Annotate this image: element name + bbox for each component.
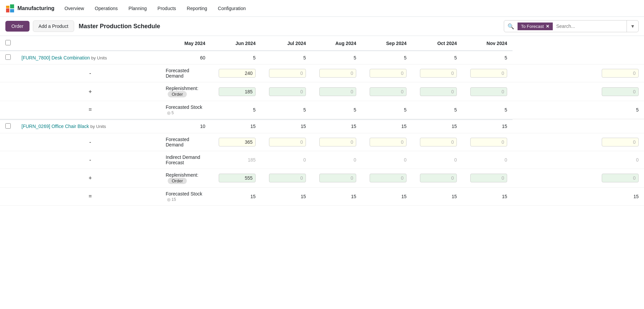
cell-input-field[interactable] bbox=[269, 87, 306, 96]
cell-input-field[interactable] bbox=[602, 87, 639, 96]
input-cell-5[interactable] bbox=[462, 169, 513, 187]
cell-input-field[interactable] bbox=[470, 87, 507, 96]
input-cell-0[interactable] bbox=[211, 169, 261, 187]
cell-input-field[interactable] bbox=[602, 174, 639, 182]
product-value-1: 5 bbox=[211, 51, 261, 64]
cell-input-field[interactable] bbox=[319, 138, 356, 146]
header-may: May 2024 bbox=[160, 36, 211, 51]
input-cell-3[interactable] bbox=[362, 133, 412, 151]
nav-configuration[interactable]: Configuration bbox=[213, 4, 251, 13]
navbar: Manufacturing Overview Operations Planni… bbox=[0, 0, 644, 17]
nav-planning[interactable]: Planning bbox=[124, 4, 152, 13]
input-cell-6[interactable] bbox=[513, 82, 644, 101]
product-value-6: 5 bbox=[462, 51, 513, 64]
cell-input-field[interactable] bbox=[420, 87, 457, 96]
input-cell-3[interactable] bbox=[362, 82, 412, 101]
row-symbol: + bbox=[16, 169, 160, 187]
cell-input-field[interactable] bbox=[370, 69, 407, 78]
product-value-3: 5 bbox=[311, 51, 362, 64]
product-checkbox[interactable] bbox=[5, 123, 11, 129]
nav-reporting[interactable]: Reporting bbox=[182, 4, 212, 13]
cell-input-field[interactable] bbox=[470, 138, 507, 146]
stock-value-5: 15 bbox=[462, 187, 513, 205]
stock-value-2: 15 bbox=[311, 187, 362, 205]
input-cell-6[interactable] bbox=[513, 169, 644, 187]
toolbar: Order Add a Product Master Production Sc… bbox=[0, 17, 644, 36]
table-row: + Replenishment: Order bbox=[0, 82, 644, 101]
input-cell-4[interactable] bbox=[412, 64, 462, 82]
nav-operations[interactable]: Operations bbox=[90, 4, 122, 13]
input-cell-4[interactable] bbox=[412, 169, 462, 187]
input-cell-5[interactable] bbox=[462, 133, 513, 151]
input-cell-6[interactable] bbox=[513, 133, 644, 151]
product-link[interactable]: [FURN_7800] Desk Combination bbox=[21, 55, 90, 60]
header-aug: Aug 2024 bbox=[311, 36, 362, 51]
cell-input-field[interactable] bbox=[269, 174, 306, 182]
cell-input-field[interactable] bbox=[269, 69, 306, 78]
input-cell-1[interactable] bbox=[261, 169, 311, 187]
cell-input-field[interactable] bbox=[370, 87, 407, 96]
product-checkbox-cell bbox=[0, 51, 16, 64]
search-input[interactable] bbox=[553, 24, 627, 29]
table-row: [FURN_7800] Desk Combination by Units 60… bbox=[0, 51, 644, 64]
cell-input-field[interactable] bbox=[219, 87, 256, 96]
add-product-button[interactable]: Add a Product bbox=[33, 20, 74, 32]
cell-input-field[interactable] bbox=[602, 69, 639, 78]
cell-input-field[interactable] bbox=[602, 138, 639, 146]
input-cell-3[interactable] bbox=[362, 169, 412, 187]
cell-input-field[interactable] bbox=[219, 138, 256, 146]
input-cell-2[interactable] bbox=[311, 133, 362, 151]
cell-input-field[interactable] bbox=[420, 69, 457, 78]
cell-input-field[interactable] bbox=[370, 174, 407, 182]
input-cell-3[interactable] bbox=[362, 64, 412, 82]
stock-value-1: 5 bbox=[261, 101, 311, 119]
row-label: Forecasted Stock ◎ 5 bbox=[160, 101, 211, 119]
cell-input-field[interactable] bbox=[420, 138, 457, 146]
stock-value-3: 15 bbox=[362, 187, 412, 205]
input-cell-2[interactable] bbox=[311, 64, 362, 82]
cell-input-field[interactable] bbox=[470, 69, 507, 78]
input-cell-4[interactable] bbox=[412, 82, 462, 101]
cell-input-field[interactable] bbox=[319, 69, 356, 78]
cell-input-field[interactable] bbox=[470, 174, 507, 182]
empty-check bbox=[0, 101, 16, 119]
app-logo: Manufacturing bbox=[5, 4, 54, 13]
order-badge[interactable]: Order bbox=[168, 178, 187, 184]
input-cell-6[interactable] bbox=[513, 64, 644, 82]
input-cell-0[interactable] bbox=[211, 64, 261, 82]
indirect-value-3: 0 bbox=[362, 151, 412, 169]
header-jul: Jul 2024 bbox=[261, 36, 311, 51]
order-badge[interactable]: Order bbox=[168, 91, 187, 97]
input-cell-5[interactable] bbox=[462, 64, 513, 82]
product-link[interactable]: [FURN_0269] Office Chair Black bbox=[21, 124, 89, 129]
filter-close-icon[interactable]: ✕ bbox=[546, 24, 549, 29]
product-unit: by Units bbox=[90, 124, 106, 129]
order-button[interactable]: Order bbox=[5, 21, 30, 32]
input-cell-2[interactable] bbox=[311, 169, 362, 187]
cell-input-field[interactable] bbox=[370, 138, 407, 146]
row-symbol: = bbox=[16, 187, 160, 205]
search-dropdown-icon[interactable]: ▼ bbox=[627, 20, 638, 32]
cell-input-field[interactable] bbox=[319, 87, 356, 96]
input-cell-0[interactable] bbox=[211, 82, 261, 101]
input-cell-1[interactable] bbox=[261, 64, 311, 82]
cell-input-field[interactable] bbox=[319, 174, 356, 182]
input-cell-4[interactable] bbox=[412, 133, 462, 151]
input-cell-5[interactable] bbox=[462, 82, 513, 101]
cell-input-field[interactable] bbox=[269, 138, 306, 146]
input-cell-2[interactable] bbox=[311, 82, 362, 101]
table-row: + Replenishment: Order bbox=[0, 169, 644, 187]
product-value-1: 15 bbox=[211, 120, 261, 133]
select-all-checkbox[interactable] bbox=[5, 40, 11, 45]
nav-products[interactable]: Products bbox=[153, 4, 181, 13]
cell-input-field[interactable] bbox=[219, 69, 256, 78]
product-checkbox[interactable] bbox=[5, 54, 11, 60]
row-label: Forecasted Demand bbox=[160, 64, 211, 82]
input-cell-1[interactable] bbox=[261, 82, 311, 101]
input-cell-1[interactable] bbox=[261, 133, 311, 151]
nav-overview[interactable]: Overview bbox=[60, 4, 89, 13]
cell-input-field[interactable] bbox=[420, 174, 457, 182]
product-value-5: 5 bbox=[412, 51, 462, 64]
input-cell-0[interactable] bbox=[211, 133, 261, 151]
cell-input-field[interactable] bbox=[219, 174, 256, 182]
